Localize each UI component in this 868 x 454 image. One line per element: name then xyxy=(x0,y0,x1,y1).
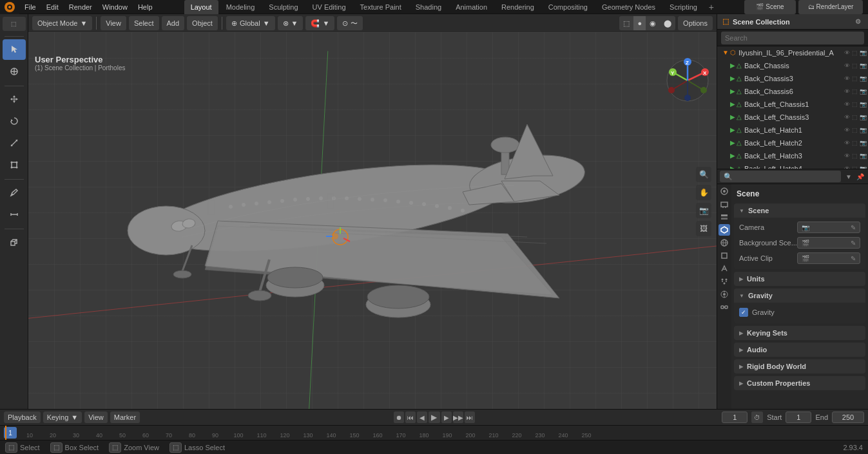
tab-compositing[interactable]: Compositing xyxy=(542,0,594,14)
visibility-icon-8[interactable]: 👁 xyxy=(844,153,850,159)
material-mode-btn[interactable]: ◉ xyxy=(646,16,660,30)
select-icon-3[interactable]: ⬚ xyxy=(852,88,858,95)
add-workspace-tab[interactable]: + xyxy=(705,1,718,14)
outliner-item-4[interactable]: ▶ △ Back_Left_Chassis1 👁 ⬚ 📷 xyxy=(717,98,868,111)
render-icon-6[interactable]: 📷 xyxy=(860,127,867,133)
hide-render-icon-0[interactable]: 📷 xyxy=(860,50,867,56)
render-icon-1[interactable]: 📷 xyxy=(860,62,867,69)
viewport-options-btn[interactable]: Options xyxy=(678,16,713,30)
tab-rendering[interactable]: Rendering xyxy=(495,0,541,14)
tool-cursor[interactable] xyxy=(3,61,26,82)
tab-scripting[interactable]: Scripting xyxy=(663,0,704,14)
play-record-btn[interactable]: ⏺ xyxy=(394,411,404,423)
render-icon-4[interactable]: 📷 xyxy=(860,101,867,108)
viewport[interactable]: Object Mode ▼ View Select Add Object ⊕ G… xyxy=(28,14,717,409)
prev-frame-btn[interactable]: ◀ xyxy=(417,411,427,423)
active-clip-eyedropper[interactable]: ✎ xyxy=(851,255,856,262)
outliner-item-3[interactable]: ▶ △ Back_Chassis6 👁 ⬚ 📷 xyxy=(717,85,868,98)
next-frame-btn[interactable]: ▶ xyxy=(441,411,452,423)
prop-tab-scene[interactable] xyxy=(719,224,730,236)
jump-end-btn[interactable]: ⏭ xyxy=(465,411,475,423)
end-frame-display[interactable]: 250 xyxy=(832,411,864,423)
prop-tab-view-layer[interactable] xyxy=(719,211,730,223)
play-btn[interactable]: ▶ xyxy=(429,411,440,423)
keying-menu[interactable]: Keying ▼ xyxy=(43,411,82,423)
visibility-icon-4[interactable]: 👁 xyxy=(844,101,850,108)
prop-tab-world[interactable] xyxy=(719,237,730,249)
outliner-item-8[interactable]: ▶ △ Back_Left_Hatch3 👁 ⬚ 📷 xyxy=(717,149,868,162)
tool-annotate[interactable] xyxy=(3,182,26,203)
prop-tab-object[interactable] xyxy=(719,250,730,261)
rendered-mode-btn[interactable]: ⬤ xyxy=(660,16,675,30)
gravity-checkbox[interactable] xyxy=(739,308,748,317)
tab-modeling[interactable]: Modeling xyxy=(220,0,262,14)
proportional-btn[interactable]: ⊙ 〜 xyxy=(337,16,363,30)
visibility-icon-3[interactable]: 👁 xyxy=(844,88,850,95)
menu-file[interactable]: File xyxy=(19,0,41,14)
object-menu-btn[interactable]: Object xyxy=(187,16,218,30)
playhead[interactable] xyxy=(5,426,6,440)
tab-shading[interactable]: Shading xyxy=(409,0,448,14)
transform-global-btn[interactable]: ⊕ Global ▼ xyxy=(226,16,275,30)
visibility-icon-6[interactable]: 👁 xyxy=(844,127,850,133)
outliner-item-6[interactable]: ▶ △ Back_Left_Hatch1 👁 ⬚ 📷 xyxy=(717,124,868,137)
tool-select[interactable] xyxy=(3,39,26,60)
active-clip-picker[interactable]: 🎬 ✎ xyxy=(797,252,860,264)
tool-measure[interactable] xyxy=(3,204,26,225)
prop-tab-output[interactable] xyxy=(719,198,730,210)
render-icon-2[interactable]: 📷 xyxy=(860,75,867,82)
select-icon-4[interactable]: ⬚ xyxy=(852,101,858,108)
properties-pin-icon[interactable]: 📌 xyxy=(855,171,865,182)
outliner-item-5[interactable]: ▶ △ Back_Left_Chassis3 👁 ⬚ 📷 xyxy=(717,111,868,124)
timing-icon[interactable]: ⏱ xyxy=(751,411,763,423)
prop-tab-physics[interactable] xyxy=(719,288,730,300)
tool-move[interactable] xyxy=(3,89,26,109)
scene-section-header[interactable]: ▼ Scene xyxy=(734,203,865,218)
tab-sculpting[interactable]: Sculpting xyxy=(262,0,304,14)
outliner-search-input[interactable] xyxy=(721,32,864,44)
custom-properties-header[interactable]: ▶ Custom Properties xyxy=(734,376,865,390)
select-menu-btn[interactable]: Select xyxy=(129,16,159,30)
wireframe-mode-btn[interactable]: ⬚ xyxy=(619,16,633,30)
outliner-item-1[interactable]: ▶ △ Back_Chassis 👁 ⬚ 📷 xyxy=(717,59,868,72)
prop-tab-render[interactable] xyxy=(719,185,730,197)
outliner-item-2[interactable]: ▶ △ Back_Chassis3 👁 ⬚ 📷 xyxy=(717,72,868,85)
viewport-3d[interactable]: User Perspective (1) Scene Collection | … xyxy=(28,32,717,409)
render-icon-5[interactable]: 📷 xyxy=(860,114,867,120)
outliner-item-root[interactable]: ▼ ⬡ Ilyushin_IL_96_Presidential_A 👁 ⬚ 📷 xyxy=(717,46,868,59)
visibility-icon-7[interactable]: 👁 xyxy=(844,140,850,146)
view-menu-btn[interactable]: View xyxy=(101,16,126,30)
hand-icon[interactable]: ✋ xyxy=(696,185,711,200)
prop-tab-particles[interactable] xyxy=(719,276,730,287)
camera-eyedropper[interactable]: ✎ xyxy=(851,224,856,231)
select-icon-8[interactable]: ⬚ xyxy=(852,153,858,159)
timeline-view-menu[interactable]: View xyxy=(84,411,108,423)
menu-help[interactable]: Help xyxy=(133,0,158,14)
mode-select[interactable]: ⬚ xyxy=(3,17,26,31)
bg-scene-eyedropper[interactable]: ✎ xyxy=(851,240,856,247)
nav-gizmo[interactable]: X Y Z xyxy=(665,58,710,103)
keying-sets-header[interactable]: ▶ Keying Sets xyxy=(734,326,865,340)
zoom-icon[interactable]: 🔍 xyxy=(696,167,711,182)
jump-start-btn[interactable]: ⏮ xyxy=(405,411,416,423)
camera-picker[interactable]: 📷 ✎ xyxy=(797,222,860,233)
scene-dropdown[interactable]: 🎬 Scene xyxy=(744,0,796,14)
outliner-filter-icon[interactable]: ⚙ xyxy=(853,17,863,27)
properties-filter-icon[interactable]: ▼ xyxy=(844,171,854,182)
prop-tab-constraints[interactable] xyxy=(719,301,730,313)
tab-uv-editing[interactable]: UV Editing xyxy=(306,0,352,14)
select-icon-2[interactable]: ⬚ xyxy=(852,75,858,82)
playback-menu[interactable]: Playback xyxy=(4,411,41,423)
marker-menu[interactable]: Marker xyxy=(110,411,140,423)
tool-rotate[interactable] xyxy=(3,111,26,131)
menu-window[interactable]: Window xyxy=(97,0,133,14)
visibility-icon-2[interactable]: 👁 xyxy=(844,75,850,82)
timeline-area[interactable]: 1 10 20 30 40 50 60 70 80 90 100 110 120… xyxy=(0,426,868,440)
visibility-icon-1[interactable]: 👁 xyxy=(844,62,850,69)
render-icon-7[interactable]: 📷 xyxy=(860,140,867,146)
tab-texture-paint[interactable]: Texture Paint xyxy=(354,0,408,14)
render-icon-8[interactable]: 📷 xyxy=(860,153,867,159)
prop-tab-modifiers[interactable] xyxy=(719,263,730,274)
outliner-item-7[interactable]: ▶ △ Back_Left_Hatch2 👁 ⬚ 📷 xyxy=(717,137,868,149)
units-section-header[interactable]: ▶ Units xyxy=(734,272,865,286)
